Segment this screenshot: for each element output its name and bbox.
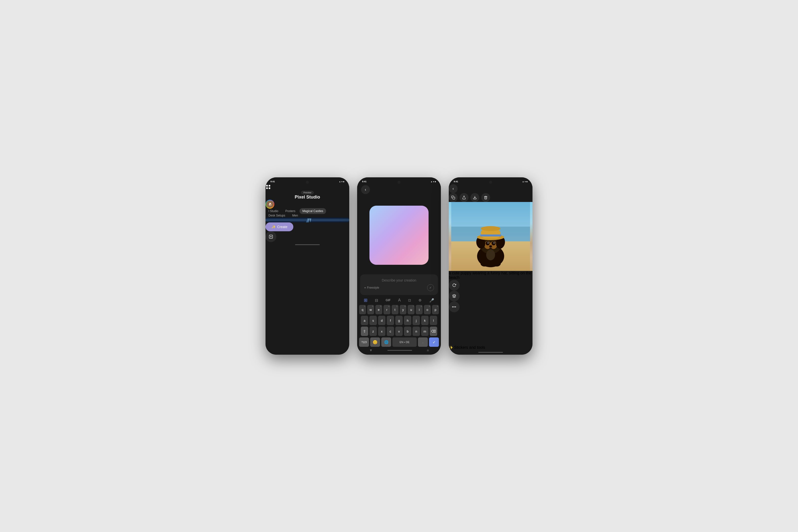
layers-action-button[interactable] — [449, 291, 460, 302]
space-key[interactable]: EN • DE — [392, 338, 417, 347]
prompt-area[interactable]: Describe your creation ✦ Freestyle ✓ — [360, 274, 438, 295]
status-bar-3: 9:41 ▲ ● ■ — [449, 177, 532, 184]
home-bar-line-1 — [295, 244, 320, 245]
svg-point-36 — [488, 242, 489, 243]
key-period[interactable]: . — [418, 338, 428, 347]
key-u[interactable]: u7 — [407, 305, 415, 314]
svg-rect-21 — [453, 197, 455, 199]
key-v[interactable]: v — [395, 327, 403, 336]
kb-mic-icon[interactable]: 🎤 — [429, 298, 434, 303]
status-bar-2: 9:41 ▲ ● ■ — [357, 177, 441, 184]
kb-clipboard-icon[interactable]: ⊟ — [375, 298, 378, 303]
phone-1: 9:41 ▲ ● ■ Preview Pixel Studio 🐶 l Stud… — [266, 177, 349, 355]
key-g[interactable]: g — [395, 316, 403, 325]
keyboard-rows: q 1 w2 e3 r4 — [358, 305, 440, 347]
svg-point-46 — [480, 261, 489, 266]
stickers-tools-button[interactable]: ✨ Stickers and tools — [449, 345, 532, 350]
key-i[interactable]: i8 — [416, 305, 423, 314]
copy-button[interactable] — [449, 193, 458, 202]
number-row: q 1 w2 e3 r4 — [359, 305, 439, 314]
phone3-top-bar: ‹ — [449, 184, 532, 202]
key-e[interactable]: e3 — [375, 305, 382, 314]
back-button-2[interactable]: ‹ — [361, 185, 370, 194]
more-action-button[interactable]: ••• — [449, 302, 460, 312]
gallery-icon[interactable] — [266, 184, 349, 191]
svg-rect-1 — [269, 185, 270, 187]
send-key[interactable]: ✓ — [429, 338, 439, 347]
create-button[interactable]: ✨ Create — [266, 223, 293, 231]
key-123[interactable]: ?123 — [359, 338, 369, 347]
kb-font-icon[interactable]: A — [398, 298, 401, 302]
key-p[interactable]: p0 — [432, 305, 439, 314]
delete-button[interactable] — [481, 193, 490, 202]
key-o[interactable]: o9 — [424, 305, 431, 314]
phone2-top-bar: ‹ — [357, 184, 441, 196]
key-d[interactable]: d — [378, 316, 385, 325]
confirm-button[interactable]: ✓ — [427, 284, 434, 291]
kb-paste-icon[interactable]: ⊡ — [408, 298, 411, 302]
key-s[interactable]: s — [369, 316, 377, 325]
avatar[interactable]: 🐶 — [266, 200, 274, 209]
key-globe[interactable]: 🌐 — [381, 338, 391, 347]
key-emoji[interactable]: 😊 — [370, 338, 380, 347]
canvas-area — [357, 196, 441, 274]
back-button-3[interactable]: ‹ — [449, 184, 458, 193]
freestyle-label: ✦ Freestyle — [364, 286, 379, 289]
key-y-container: y6 — [400, 305, 407, 314]
kb-settings-icon[interactable]: ⚙ — [418, 298, 422, 302]
shift-key[interactable]: ⇧ — [361, 327, 368, 336]
key-r[interactable]: r4 — [383, 305, 391, 314]
key-n[interactable]: n — [413, 327, 420, 336]
puppy-photo[interactable] — [449, 202, 532, 271]
row-asdf: a s d f g h j k l — [359, 316, 439, 325]
phone1-title-area: Preview Pixel Studio — [266, 191, 349, 200]
kb-down-arrow[interactable]: ▼ — [369, 348, 373, 352]
key-c[interactable]: c — [387, 327, 394, 336]
image-card-ice[interactable] — [266, 217, 349, 223]
svg-point-45 — [486, 249, 495, 260]
key-f[interactable]: f — [387, 316, 394, 325]
status-time-3: 9:41 — [454, 180, 458, 183]
status-icons-1: ▲ ● ■ — [339, 180, 344, 183]
kb-apps-icon[interactable]: ⊞ — [364, 298, 367, 303]
key-x[interactable]: x — [378, 327, 385, 336]
key-j[interactable]: j — [413, 316, 420, 325]
key-z[interactable]: z — [369, 327, 377, 336]
key-l[interactable]: l — [430, 316, 437, 325]
add-image-button[interactable] — [266, 231, 276, 242]
key-m[interactable]: m — [421, 327, 429, 336]
key-t-container: t5 — [392, 305, 399, 314]
phone1-header: Preview Pixel Studio 🐶 — [266, 184, 349, 209]
app-title: Pixel Studio — [294, 194, 320, 200]
action-row: ••• — [449, 280, 532, 312]
key-h[interactable]: h — [404, 316, 411, 325]
backspace-key[interactable]: ⌫ — [430, 327, 437, 336]
key-y[interactable]: y6 — [400, 305, 407, 314]
phone3-spacer — [449, 312, 532, 345]
key-t[interactable]: t5 — [392, 305, 399, 314]
key-k[interactable]: k — [421, 316, 429, 325]
phone3-action-icons — [449, 193, 532, 202]
kb-gif-icon[interactable]: GIF — [386, 299, 391, 302]
gradient-canvas[interactable] — [369, 206, 429, 265]
download-button[interactable] — [471, 193, 479, 202]
key-e-container: e3 — [375, 305, 382, 314]
key-w[interactable]: w2 — [367, 305, 374, 314]
status-icons-2: ▲ ● ■ — [431, 180, 436, 183]
svg-rect-3 — [269, 187, 270, 189]
tab-magical-castles[interactable]: Magical Castles — [300, 208, 326, 214]
kb-grid-icon[interactable]: ⊞ — [427, 349, 429, 352]
svg-marker-48 — [453, 294, 456, 296]
svg-rect-44 — [480, 234, 501, 236]
key-a[interactable]: a — [361, 316, 368, 325]
keyboard: ⊞ ⊟ GIF A ⊡ ⚙ 🎤 q 1 — [357, 295, 441, 355]
freestyle-icon: ✦ — [364, 286, 366, 289]
row-zxcv: ⇧ z x c v b n m ⌫ — [359, 327, 439, 336]
key-q[interactable]: q 1 — [359, 305, 366, 314]
tabs-container: l Studio Posters Magical Castles Desk Se… — [266, 209, 349, 217]
refresh-action-button[interactable] — [449, 280, 460, 291]
status-time-2: 9:41 — [362, 180, 366, 183]
share-button[interactable] — [460, 193, 469, 202]
key-b[interactable]: b — [404, 327, 411, 336]
preview-badge: Preview — [301, 191, 314, 194]
